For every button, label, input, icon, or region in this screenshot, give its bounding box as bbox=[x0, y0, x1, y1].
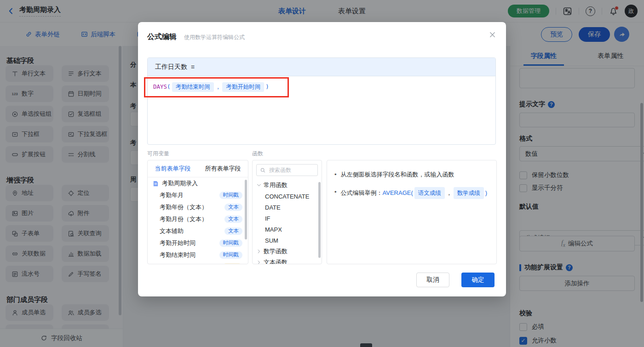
variable-type-badge: 文本 bbox=[224, 228, 242, 235]
open-paren: ( bbox=[167, 83, 171, 90]
variable-row[interactable]: 文本辅助文本 bbox=[148, 225, 248, 237]
functions-scrollbar[interactable] bbox=[318, 182, 321, 258]
bullet: • bbox=[334, 170, 337, 180]
variables-label: 可用变量 bbox=[147, 150, 169, 158]
variables-panel: 当前表单字段 所有表单字段 考勤周期录入考勤年月时间戳考勤年份（文本）文本考勤月… bbox=[147, 160, 248, 264]
variable-row[interactable]: 考勤月份（文本）文本 bbox=[148, 213, 248, 225]
close-icon[interactable] bbox=[489, 31, 496, 38]
help-tip: • 从左侧面板选择字段名和函数，或输入函数 bbox=[334, 170, 489, 180]
variable-name: 考勤年份（文本） bbox=[160, 203, 207, 211]
comma: ， bbox=[446, 189, 452, 196]
function-group[interactable]: 文本函数 bbox=[253, 257, 322, 264]
function-item[interactable]: SUM bbox=[253, 235, 322, 246]
help-panel: • 从左侧面板选择字段名和函数，或输入函数 • 公式编辑举例：AVERAGE(语… bbox=[327, 160, 497, 264]
tab-all-form-fields[interactable]: 所有表单字段 bbox=[198, 160, 248, 177]
variable-type-badge: 时间戳 bbox=[219, 239, 243, 247]
variable-type-badge: 时间戳 bbox=[219, 192, 243, 199]
bullet: • bbox=[334, 187, 337, 197]
tab-current-form-fields[interactable]: 当前表单字段 bbox=[148, 160, 198, 177]
formula-input-area[interactable]: DAYS(考勤结束时间，考勤开始时间) bbox=[148, 76, 495, 98]
example-chip: 语文成绩 bbox=[414, 187, 445, 199]
functions-label: 函数 bbox=[252, 150, 263, 158]
formula-target: 工作日天数 bbox=[155, 63, 187, 71]
function-group[interactable]: 常用函数 bbox=[253, 180, 322, 191]
confirm-button[interactable]: 确定 bbox=[461, 273, 494, 287]
variables-scrollbar[interactable] bbox=[245, 180, 247, 239]
variable-row[interactable]: 考勤年月时间戳 bbox=[148, 189, 248, 201]
function-group[interactable]: 数学函数 bbox=[253, 246, 322, 257]
function-item[interactable]: CONCATENATE bbox=[253, 191, 322, 202]
variables-list: 考勤周期录入考勤年月时间戳考勤年份（文本）文本考勤月份（文本）文本文本辅助文本考… bbox=[148, 177, 248, 264]
functions-list: 常用函数CONCATENATEDATEIFMAPXSUM数学函数文本函数 bbox=[253, 180, 322, 264]
modal-subtitle: 使用数学运算符编辑公式 bbox=[184, 34, 245, 41]
variables-form-name: 考勤周期录入 bbox=[162, 179, 198, 188]
formula-equals: = bbox=[191, 63, 195, 71]
cancel-button[interactable]: 取消 bbox=[416, 273, 449, 287]
comma: ， bbox=[215, 83, 221, 90]
variable-name: 考勤月份（文本） bbox=[160, 215, 207, 223]
function-group-label: 常用函数 bbox=[264, 181, 288, 189]
search-icon bbox=[260, 167, 266, 173]
modal-header: 公式编辑 使用数学运算符编辑公式 bbox=[138, 22, 506, 42]
variables-form-row[interactable]: 考勤周期录入 bbox=[148, 177, 248, 189]
function-item[interactable]: IF bbox=[253, 213, 322, 224]
variable-type-badge: 时间戳 bbox=[219, 251, 243, 259]
function-search bbox=[256, 164, 318, 176]
variable-row[interactable]: 考勤结束时间时间戳 bbox=[148, 249, 248, 261]
variable-name: 文本辅助 bbox=[160, 227, 184, 235]
variables-tabs: 当前表单字段 所有表单字段 bbox=[148, 160, 248, 177]
variable-row[interactable] bbox=[148, 261, 248, 264]
help-tip-text: 从左侧面板选择字段名和函数，或输入函数 bbox=[341, 170, 454, 180]
variable-row[interactable]: 考勤开始时间时间戳 bbox=[148, 237, 248, 249]
field-chip[interactable]: 考勤开始时间 bbox=[222, 82, 264, 92]
close-paren: ) bbox=[265, 83, 269, 90]
variable-type-badge: 文本 bbox=[224, 204, 242, 211]
form-doc-icon bbox=[152, 180, 159, 187]
example-prefix: 公式编辑举例： bbox=[341, 189, 383, 196]
formula-function: DAYS bbox=[153, 83, 167, 90]
chevron-right-icon bbox=[256, 249, 262, 254]
variable-name: 考勤开始时间 bbox=[160, 239, 196, 247]
help-example: • 公式编辑举例：AVERAGE(语文成绩，数学成绩) bbox=[334, 187, 489, 199]
example-chip: 数学成绩 bbox=[454, 187, 484, 199]
help-example-text: 公式编辑举例：AVERAGE(语文成绩，数学成绩) bbox=[341, 187, 488, 199]
function-item[interactable]: MAPX bbox=[253, 224, 322, 235]
function-item[interactable]: DATE bbox=[253, 202, 322, 213]
variable-type-badge: 文本 bbox=[224, 216, 242, 223]
function-search-input[interactable] bbox=[268, 166, 314, 174]
variable-name: 考勤年月 bbox=[160, 191, 184, 199]
function-group-label: 数学函数 bbox=[264, 247, 288, 256]
example-function: AVERAGE( bbox=[383, 189, 413, 196]
variable-type-badge bbox=[222, 263, 242, 265]
formula-editor-dialog: 公式编辑 使用数学运算符编辑公式 工作日天数 = DAYS(考勤结束时间，考勤开… bbox=[138, 22, 506, 296]
variable-row[interactable]: 考勤年份（文本）文本 bbox=[148, 201, 248, 213]
functions-panel: 常用函数CONCATENATEDATEIFMAPXSUM数学函数文本函数 bbox=[252, 160, 322, 264]
field-chip[interactable]: 考勤结束时间 bbox=[172, 82, 214, 92]
chevron-down-icon bbox=[256, 182, 262, 188]
formula-target-row: 工作日天数 = bbox=[148, 58, 495, 76]
variable-name: 考勤结束时间 bbox=[160, 251, 196, 259]
formula-box: 工作日天数 = DAYS(考勤结束时间，考勤开始时间) bbox=[147, 57, 496, 145]
function-group-label: 文本函数 bbox=[264, 258, 288, 264]
example-close: ) bbox=[485, 189, 487, 196]
chevron-right-icon bbox=[256, 260, 262, 264]
modal-title: 公式编辑 bbox=[147, 32, 177, 42]
